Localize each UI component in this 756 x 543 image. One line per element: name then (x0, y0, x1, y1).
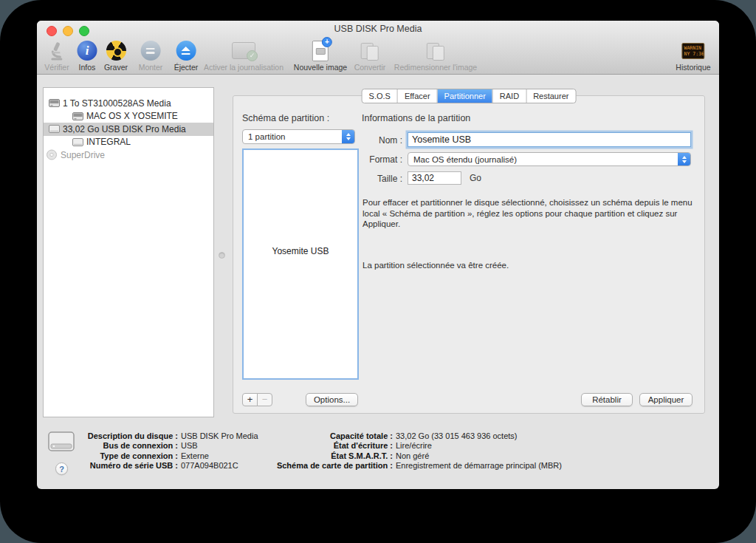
history-log-icon: WARNIN NY 7:36 (682, 39, 705, 62)
disk-info-left: Description du disque :USB DISK Pro Medi… (78, 431, 258, 471)
mount-icon (141, 39, 161, 62)
sidebar-item-usb-disk[interactable]: 33,02 Go USB DISK Pro Media (44, 123, 213, 136)
size-unit-label: Go (470, 173, 481, 183)
splitter-handle[interactable] (219, 252, 225, 259)
optical-drive-icon (46, 149, 58, 160)
toolbar-label: Graver (104, 63, 128, 72)
toolbar-button-history[interactable]: WARNIN NY 7:36 Historique (676, 38, 710, 72)
external-disk-icon (49, 124, 60, 134)
tab-raid[interactable]: RAID (492, 89, 526, 103)
name-label: Nom : (336, 135, 402, 146)
revert-button[interactable]: Rétablir (581, 393, 633, 406)
toolbar-button-mount[interactable]: Monter (139, 38, 163, 72)
partition-map-label: Yosemite USB (244, 246, 357, 256)
size-label: Taille : (336, 174, 402, 184)
remove-partition-button[interactable]: − (257, 393, 272, 406)
microscope-icon (47, 39, 66, 62)
format-label: Format : (336, 154, 402, 165)
partition-info-title: Informations de la partition (362, 113, 470, 123)
disk-utility-window: USB DISK Pro Media Vérifier i Infos (37, 21, 719, 489)
internal-disk-icon (49, 98, 60, 108)
sidebar-item-internal-disk[interactable]: 1 To ST31000528AS Media (44, 97, 213, 110)
device-list: 1 To ST31000528AS Media MAC OS X YOSEMIT… (43, 87, 214, 417)
convert-icon (360, 39, 380, 62)
journaling-icon: ✓ (232, 39, 255, 62)
toolbar-label: Vérifier (44, 63, 69, 72)
tab-bar: S.O.S Effacer Partitionner RAID Restaure… (362, 89, 577, 103)
tab-restore[interactable]: Restaurer (526, 89, 575, 103)
sidebar-item-label: INTEGRAL (86, 137, 131, 147)
info-icon: i (78, 39, 97, 62)
sidebar-item-label: 33,02 Go USB DISK Pro Media (63, 124, 186, 134)
toolbar-button-resize-image[interactable]: Redimensionner l'image (394, 38, 477, 72)
tab-partition[interactable]: Partitionner (437, 89, 492, 103)
toolbar-button-convert[interactable]: Convertir (354, 38, 386, 72)
help-button[interactable]: ? (55, 462, 68, 475)
toolbar-button-verify[interactable]: Vérifier (44, 38, 69, 72)
toolbar-button-new-image[interactable]: + Nouvelle image (294, 38, 347, 72)
partition-status-text: La partition sélectionnée va être créée. (362, 260, 696, 271)
disk-info-right: Capacité totale :33,02 Go (33 015 463 93… (263, 431, 562, 471)
toolbar-label: Nouvelle image (294, 63, 347, 72)
toolbar-label: Convertir (354, 63, 386, 72)
sidebar-item-superdrive[interactable]: SuperDrive (44, 148, 213, 162)
resize-image-icon (425, 39, 446, 62)
partition-scheme-label: Schéma de partition : (242, 113, 329, 123)
add-partition-button[interactable]: + (242, 393, 258, 406)
name-field[interactable] (408, 132, 691, 147)
window-title: USB DISK Pro Media (37, 24, 719, 34)
sidebar-item-volume-yosemite[interactable]: MAC OS X YOSEMITE (44, 110, 213, 123)
toolbar-button-eject[interactable]: Éjecter (174, 38, 199, 72)
toolbar-label: Infos (79, 63, 96, 72)
toolbar-label: Historique (676, 63, 710, 72)
tab-sos[interactable]: S.O.S (362, 89, 397, 103)
sidebar-item-volume-integral[interactable]: INTEGRAL (44, 136, 213, 149)
toolbar-label: Redimensionner l'image (394, 63, 477, 72)
eject-icon (176, 39, 196, 62)
apply-button[interactable]: Appliquer (639, 393, 693, 406)
format-select[interactable]: Mac OS étendu (journalisé) (408, 152, 691, 166)
tab-erase[interactable]: Effacer (397, 89, 437, 103)
sidebar-item-label: 1 To ST31000528AS Media (63, 98, 171, 109)
toolbar-button-burn[interactable]: Graver (104, 38, 128, 72)
window-chrome: USB DISK Pro Media Vérifier i Infos (37, 21, 719, 75)
format-value: Mac OS étendu (journalisé) (408, 153, 678, 165)
volume-icon (72, 112, 83, 121)
stepper-icon (678, 153, 690, 165)
toolbar-button-info[interactable]: i Infos (78, 38, 97, 72)
toolbar-label: Éjecter (174, 63, 199, 72)
sidebar-item-label: MAC OS X YOSEMITE (86, 111, 178, 121)
burn-icon (106, 39, 126, 62)
size-field[interactable] (408, 171, 461, 185)
external-disk-icon (72, 137, 83, 147)
disk-icon (48, 431, 75, 455)
toolbar-label: Activer la journalisation (204, 63, 284, 72)
toolbar-button-enable-journaling[interactable]: ✓ Activer la journalisation (204, 38, 284, 72)
options-button[interactable]: Options... (306, 393, 358, 406)
new-image-icon: + (312, 39, 329, 62)
sidebar-item-label: SuperDrive (61, 150, 105, 160)
partition-scheme-value: 1 partition (243, 130, 342, 143)
partition-instructions: Pour effacer et partitionner le disque s… (362, 197, 696, 230)
toolbar-label: Monter (139, 63, 163, 72)
